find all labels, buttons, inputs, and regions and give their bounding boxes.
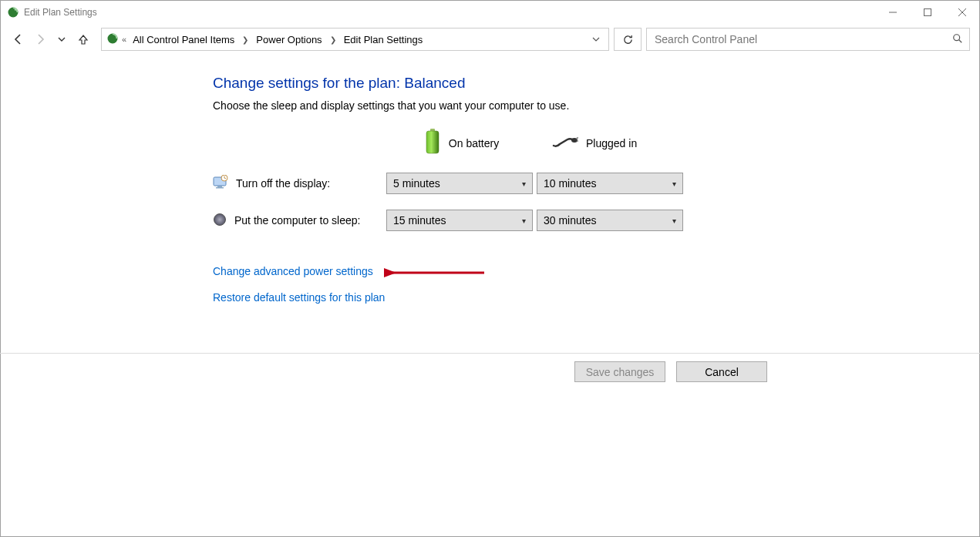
refresh-button[interactable] — [614, 28, 642, 51]
link-restore-defaults[interactable]: Restore default settings for this plan — [213, 291, 979, 304]
content-area: Change settings for the plan: Balanced C… — [1, 55, 979, 347]
cancel-button[interactable]: Cancel — [676, 361, 767, 382]
breadcrumb-all-items[interactable]: All Control Panel Items — [130, 32, 237, 47]
window-controls — [875, 1, 979, 24]
svg-point-1 — [15, 8, 16, 10]
maximize-button[interactable] — [910, 1, 945, 24]
recent-locations-button[interactable] — [53, 31, 70, 48]
chevron-right-icon[interactable]: ❯ — [241, 35, 250, 44]
page-title: Change settings for the plan: Balanced — [213, 75, 979, 92]
svg-rect-3 — [924, 9, 931, 16]
button-bar: Save changes Cancel — [0, 353, 980, 390]
svg-line-8 — [959, 39, 962, 42]
breadcrumb-overflow-icon[interactable]: « — [122, 35, 126, 44]
column-header-battery: On battery — [386, 129, 537, 157]
column-header-plugged-in: Plugged in — [537, 135, 687, 151]
annotation-arrow — [384, 264, 492, 281]
row-sleep: Put the computer to sleep: — [213, 213, 386, 229]
page-subtext: Choose the sleep and display settings th… — [213, 99, 979, 112]
app-icon — [7, 6, 19, 18]
svg-rect-10 — [426, 131, 439, 153]
moon-icon — [213, 213, 227, 229]
window-title: Edit Plan Settings — [24, 7, 875, 18]
sleep-plugged-dropdown[interactable]: 30 minutes ▾ — [537, 210, 683, 231]
chevron-down-icon: ▾ — [522, 180, 526, 188]
breadcrumb-edit-plan[interactable]: Edit Plan Settings — [341, 32, 426, 47]
sleep-battery-dropdown[interactable]: 15 minutes ▾ — [386, 210, 533, 231]
titlebar: Edit Plan Settings — [1, 1, 979, 24]
display-plugged-dropdown[interactable]: 10 minutes ▾ — [537, 173, 683, 194]
battery-icon — [424, 129, 441, 157]
navbar: « All Control Panel Items ❯ Power Option… — [1, 24, 979, 55]
row-turn-off-display: Turn off the display: — [213, 175, 386, 193]
chevron-down-icon: ▾ — [672, 216, 676, 225]
address-dropdown-button[interactable] — [588, 35, 604, 43]
chevron-right-icon[interactable]: ❯ — [328, 35, 338, 44]
search-input[interactable] — [653, 32, 948, 46]
chevron-down-icon: ▾ — [522, 216, 526, 225]
minimize-button[interactable] — [875, 1, 910, 24]
link-advanced-power-settings[interactable]: Change advanced power settings — [213, 265, 979, 277]
breadcrumb-power-options[interactable]: Power Options — [253, 32, 325, 47]
forward-button[interactable] — [32, 31, 49, 48]
plug-icon — [552, 135, 578, 151]
svg-point-7 — [954, 34, 960, 40]
display-battery-dropdown[interactable]: 5 minutes ▾ — [386, 173, 533, 194]
address-icon — [106, 32, 119, 47]
up-button[interactable] — [75, 31, 92, 48]
chevron-down-icon: ▾ — [672, 180, 676, 188]
save-changes-button[interactable]: Save changes — [574, 361, 665, 382]
display-icon — [213, 175, 228, 193]
svg-point-18 — [214, 213, 226, 225]
svg-line-12 — [576, 138, 578, 139]
back-button[interactable] — [10, 31, 27, 48]
svg-rect-15 — [217, 186, 222, 187]
search-box[interactable] — [646, 28, 970, 51]
svg-rect-16 — [216, 187, 224, 189]
address-bar[interactable]: « All Control Panel Items ❯ Power Option… — [101, 28, 609, 51]
search-icon[interactable] — [952, 33, 963, 46]
close-button[interactable] — [945, 1, 979, 24]
